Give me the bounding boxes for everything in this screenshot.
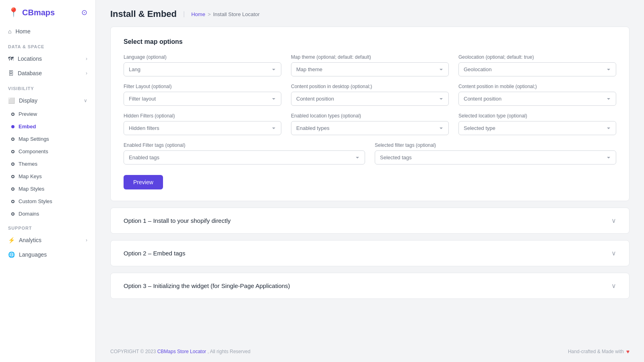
- filter-layout-label: Filter Layout (optional): [124, 84, 281, 89]
- geolocation-group: Geolocation (optional; default: true) Ge…: [458, 54, 616, 76]
- sidebar-item-map-settings[interactable]: Map Settings: [0, 133, 95, 145]
- sidebar-item-preview[interactable]: Preview: [0, 108, 95, 120]
- languages-icon: 🌐: [8, 251, 15, 258]
- content-mobile-label: Content position in mobile (optional;): [458, 84, 616, 89]
- database-icon: 🗄: [8, 70, 14, 76]
- sidebar: 📍 CBmaps ⊙ ⌂ Home DATA & SPACE 🗺 Locatio…: [0, 0, 96, 362]
- map-settings-dot: [11, 138, 14, 141]
- display-chevron: ∨: [84, 98, 87, 103]
- themes-dot: [11, 162, 14, 166]
- selected-tags-label: Selected filter tags (optional): [375, 142, 616, 148]
- footer-brand-link[interactable]: CBMaps Store Locator: [157, 349, 206, 354]
- locations-label: Locations: [18, 56, 42, 62]
- sidebar-home[interactable]: ⌂ Home: [0, 24, 95, 39]
- app-name: CBmaps: [22, 8, 55, 17]
- page-header: Install & Embed | Home > Install Store L…: [96, 0, 644, 27]
- option1-header[interactable]: Option 1 – Install to your shopify direc…: [111, 208, 629, 233]
- enabled-tags-group: Enabled Filter tags (optional) Enabled t…: [124, 142, 365, 165]
- database-label: Database: [18, 70, 42, 76]
- map-keys-dot: [11, 175, 14, 178]
- hidden-filters-label: Hidden Filters (optional): [124, 113, 281, 119]
- hidden-filters-group: Hidden Filters (optional) Hidden filters: [124, 113, 281, 135]
- map-theme-label: Map theme (optional; default: default): [291, 54, 449, 60]
- components-dot: [11, 150, 14, 153]
- custom-styles-dot: [11, 200, 14, 203]
- map-theme-group: Map theme (optional; default: default) M…: [291, 54, 449, 76]
- selected-type-label: Selected location type (optional): [458, 113, 616, 119]
- option2-title: Option 2 – Embed tags: [124, 250, 185, 257]
- sidebar-logo: 📍 CBmaps ⊙: [0, 0, 95, 24]
- preview-label: Preview: [19, 111, 37, 117]
- filter-layout-group: Filter Layout (optional) Filter layout: [124, 84, 281, 106]
- map-styles-label: Map Styles: [19, 186, 44, 192]
- option3-header[interactable]: Option 3 – Initializing the widget (for …: [111, 273, 629, 298]
- option1-chevron: ∨: [611, 217, 616, 224]
- option1-card: Option 1 – Install to your shopify direc…: [110, 208, 630, 234]
- option3-title: Option 3 – Initializing the widget (for …: [124, 282, 290, 289]
- preview-button[interactable]: Preview: [124, 175, 163, 189]
- option3-card: Option 3 – Initializing the widget (for …: [110, 273, 630, 299]
- header-divider: |: [183, 10, 185, 18]
- hidden-filters-select[interactable]: Hidden filters: [124, 121, 281, 135]
- heart-icon: ♥: [626, 348, 630, 355]
- analytics-chevron: ›: [86, 237, 87, 243]
- languages-label: Languages: [19, 251, 47, 258]
- components-label: Components: [19, 148, 48, 154]
- option3-chevron: ∨: [611, 282, 616, 290]
- sidebar-item-map-styles[interactable]: Map Styles: [0, 183, 95, 195]
- language-group: Language (optional) Lang: [124, 54, 281, 76]
- logo-icon: 📍: [8, 7, 19, 18]
- themes-label: Themes: [19, 161, 37, 167]
- sidebar-item-embed[interactable]: Embed: [0, 120, 95, 133]
- analytics-label: Analytics: [19, 237, 41, 243]
- handcrafted-text: Hand-crafted & Made with: [568, 349, 624, 354]
- page-title: Install & Embed: [110, 9, 177, 19]
- section-label-data: DATA & SPACE: [0, 39, 95, 51]
- language-label: Language (optional): [124, 54, 281, 60]
- footer-right: Hand-crafted & Made with ♥: [568, 348, 630, 355]
- form-row-4: Enabled Filter tags (optional) Enabled t…: [124, 142, 616, 165]
- breadcrumb-current: Install Store Locator: [213, 11, 260, 17]
- sidebar-item-map-keys[interactable]: Map Keys: [0, 170, 95, 183]
- content-mobile-select[interactable]: Content position: [458, 92, 616, 106]
- sidebar-item-database[interactable]: 🗄 Database ›: [0, 66, 95, 80]
- sidebar-item-custom-styles[interactable]: Custom Styles: [0, 195, 95, 208]
- sidebar-item-components[interactable]: Components: [0, 145, 95, 158]
- page-content: Select map options Language (optional) L…: [96, 27, 644, 313]
- sidebar-item-domains[interactable]: Domains: [0, 208, 95, 220]
- map-options-card: Select map options Language (optional) L…: [110, 27, 630, 201]
- sidebar-item-locations[interactable]: 🗺 Locations ›: [0, 51, 95, 66]
- option2-card: Option 2 – Embed tags ∨: [110, 240, 630, 266]
- section-label-support: SUPPORT: [0, 220, 95, 233]
- embed-dot: [11, 125, 14, 128]
- sidebar-item-themes[interactable]: Themes: [0, 158, 95, 170]
- home-icon: ⌂: [8, 28, 11, 35]
- custom-styles-label: Custom Styles: [19, 198, 52, 204]
- filter-layout-select[interactable]: Filter layout: [124, 92, 281, 106]
- domains-dot: [11, 212, 14, 216]
- main-content: Install & Embed | Home > Install Store L…: [96, 0, 644, 362]
- display-icon: ⬜: [8, 97, 15, 104]
- enabled-tags-select[interactable]: Enabled tags: [124, 150, 365, 165]
- enabled-tags-label: Enabled Filter tags (optional): [124, 142, 365, 148]
- sidebar-item-analytics[interactable]: ⚡ Analytics ›: [0, 233, 95, 247]
- option2-header[interactable]: Option 2 – Embed tags ∨: [111, 241, 629, 266]
- selected-type-select[interactable]: Selected type: [458, 121, 616, 135]
- breadcrumb-home[interactable]: Home: [191, 11, 205, 17]
- form-row-3: Hidden Filters (optional) Hidden filters…: [124, 113, 616, 135]
- content-desktop-select[interactable]: Content position: [291, 92, 449, 106]
- geolocation-select[interactable]: Geolocation: [458, 62, 616, 76]
- settings-icon[interactable]: ⊙: [81, 8, 87, 17]
- map-options-title: Select map options: [124, 38, 616, 45]
- sidebar-item-languages[interactable]: 🌐 Languages: [0, 247, 95, 262]
- language-select[interactable]: Lang: [124, 62, 281, 76]
- form-row-1: Language (optional) Lang Map theme (opti…: [124, 54, 616, 76]
- enabled-types-select[interactable]: Enabled types: [291, 121, 449, 135]
- selected-tags-select[interactable]: Selected tags: [375, 150, 616, 165]
- sidebar-item-display[interactable]: ⬜ Display ∨: [0, 93, 95, 108]
- database-chevron: ›: [86, 70, 87, 76]
- form-row-2: Filter Layout (optional) Filter layout C…: [124, 84, 616, 106]
- map-theme-select[interactable]: Map theme: [291, 62, 449, 76]
- geolocation-label: Geolocation (optional; default: true): [458, 54, 616, 60]
- enabled-types-label: Enabled location types (optional): [291, 113, 449, 119]
